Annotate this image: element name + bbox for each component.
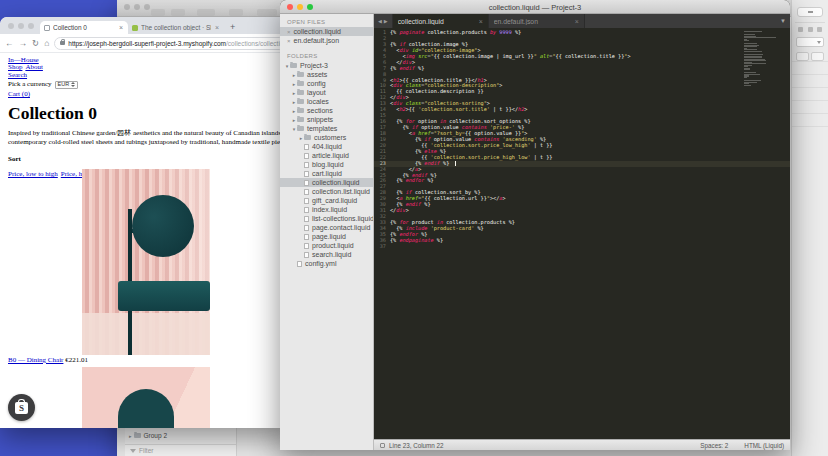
sort-link[interactable]: Price, low to high	[8, 170, 58, 178]
sidebar-item-layout[interactable]: ▸layout	[280, 88, 373, 97]
sketch-toolbar-button[interactable]	[151, 9, 165, 16]
inspector-section[interactable]	[792, 74, 828, 87]
editor-tabbar: ◀ ▶ collection.liquid×en.default.json× ▼	[374, 14, 790, 28]
file-icon	[304, 189, 309, 195]
inspector-section[interactable]	[792, 113, 828, 126]
sketch-toolbar-button[interactable]	[197, 9, 215, 16]
tab-close-icon[interactable]: ×	[575, 18, 579, 25]
sidebar-item-assets[interactable]: ▸assets	[280, 70, 373, 79]
back-icon[interactable]: ←	[5, 39, 14, 47]
product-price: €221.01	[65, 356, 88, 364]
indent-setting[interactable]: Spaces: 2	[700, 442, 728, 449]
inspector-align-icons[interactable]	[792, 23, 828, 32]
editor-tab[interactable]: en.default.json×	[489, 14, 585, 28]
sidebar-item-templates[interactable]: ▾templates	[280, 124, 373, 133]
item-label: locales	[307, 98, 329, 105]
url-path: /collections/collectio	[226, 40, 283, 47]
sidebar-item-customers[interactable]: ▸customers	[280, 133, 373, 142]
inspector-edit-button[interactable]	[797, 7, 823, 17]
cursor-position[interactable]: Line 23, Column 22	[389, 442, 444, 449]
browser-traffic-lights[interactable]	[0, 23, 40, 34]
disclosure-arrow-icon[interactable]: ▸	[129, 433, 132, 439]
editor-tab[interactable]: collection.liquid×	[393, 14, 489, 28]
folder-icon	[297, 99, 304, 104]
open-file-item[interactable]: ×en.default.json	[280, 36, 373, 45]
close-icon[interactable]: ×	[287, 38, 291, 44]
sidebar-item-search-liquid[interactable]: search.liquid	[280, 250, 373, 259]
product-image-dining-chair[interactable]	[82, 169, 210, 355]
inspector-button-pair[interactable]	[792, 52, 828, 61]
sidebar-item-index-liquid[interactable]: index.liquid	[280, 205, 373, 214]
sidebar-item-config[interactable]: ▸config	[280, 79, 373, 88]
inspector-dropdown[interactable]	[796, 37, 824, 47]
nav-link[interactable]: About	[25, 63, 43, 71]
syntax-mode[interactable]: HTML (Liquid)	[744, 442, 784, 449]
nav-row: In—House	[8, 57, 291, 64]
browser-tab[interactable]: Collection 0×	[40, 21, 128, 34]
file-icon	[304, 180, 309, 186]
product-title-link[interactable]: B0 — Dining Chair	[8, 356, 63, 364]
sidebar-item-sections[interactable]: ▸sections	[280, 106, 373, 115]
inspector-section[interactable]	[792, 100, 828, 113]
sidebar-item-article-liquid[interactable]: article.liquid	[280, 151, 373, 160]
minimap-line	[744, 85, 751, 86]
file-icon	[304, 144, 309, 150]
tab-overflow-icon[interactable]: ▼	[780, 18, 786, 24]
file-icon	[304, 234, 309, 240]
open-file-item[interactable]: ×collection.liquid	[280, 27, 373, 36]
nav-link[interactable]: Search	[8, 71, 27, 79]
inspector-section[interactable]	[792, 126, 828, 139]
tab-close-icon[interactable]: ×	[118, 24, 124, 31]
inspector-section[interactable]	[792, 61, 828, 74]
shopify-badge[interactable]: S	[8, 394, 35, 421]
sidebar-item-cart-liquid[interactable]: cart.liquid	[280, 169, 373, 178]
sketch-toolbar-button[interactable]	[171, 9, 185, 16]
new-tab-button[interactable]: +	[224, 22, 241, 34]
sidebar-item-gift-card-liquid[interactable]: gift_card.liquid	[280, 196, 373, 205]
tab-close-icon[interactable]: ×	[214, 24, 220, 31]
sidebar-item-page-contact-liquid[interactable]: page.contact.liquid	[280, 223, 373, 232]
layers-filter-field[interactable]: Filter	[125, 444, 236, 456]
sidebar-item-config-yml[interactable]: config.yml	[280, 259, 373, 268]
tab-scroll-left-icon[interactable]: ◀	[378, 18, 382, 24]
item-label: blog.liquid	[312, 161, 344, 168]
sidebar-item-collection-liquid[interactable]: collection.liquid	[280, 178, 373, 187]
sidebar-item-page-liquid[interactable]: page.liquid	[280, 232, 373, 241]
folder-icon	[297, 117, 304, 122]
tab-title: Collection 0	[53, 24, 115, 31]
minimap[interactable]	[744, 31, 778, 88]
desktop: ▸ Group 2 Filter Collection 0×The collec…	[0, 0, 828, 456]
status-icon[interactable]	[380, 443, 385, 448]
folder-icon	[297, 126, 304, 131]
code-editor[interactable]: 1{% paginate collection.products by 9999…	[374, 28, 790, 439]
sketch-traffic-lights[interactable]	[124, 4, 150, 10]
layer-label[interactable]: Group 2	[144, 432, 168, 439]
browser-tab[interactable]: The collection object · Shopi…×	[128, 21, 224, 34]
currency-label: Pick a currency	[8, 80, 52, 89]
sidebar-item-locales[interactable]: ▸locales	[280, 97, 373, 106]
tab-close-icon[interactable]: ×	[479, 18, 483, 25]
folder-icon	[297, 81, 304, 86]
sidebar-item-collection-list-liquid[interactable]: collection.list.liquid	[280, 187, 373, 196]
sketch-toolbar-button[interactable]	[257, 9, 277, 16]
editor-titlebar[interactable]: collection.liquid — Project-3	[280, 0, 790, 14]
sidebar-item-404-liquid[interactable]: 404.liquid	[280, 142, 373, 151]
close-icon[interactable]: ×	[287, 29, 291, 35]
product-image-second[interactable]	[82, 367, 210, 428]
currency-select[interactable]: EUR	[55, 81, 79, 89]
inspector-section[interactable]	[792, 87, 828, 100]
sidebar-item-snippets[interactable]: ▸snippets	[280, 115, 373, 124]
sketch-toolbar-button[interactable]	[229, 9, 243, 16]
url-bar[interactable]: https://joseph-bergdoll-superfi-project-…	[54, 37, 286, 50]
tab-scroll-right-icon[interactable]: ▶	[384, 18, 388, 24]
reload-icon[interactable]: ↻	[32, 39, 39, 47]
sidebar-item-project-3[interactable]: ▾Project-3	[280, 61, 373, 70]
sidebar-item-list-collections-liquid[interactable]: list-collections.liquid	[280, 214, 373, 223]
layers-row-group[interactable]: ▸ Group 2	[125, 430, 236, 441]
sidebar-item-product-liquid[interactable]: product.liquid	[280, 241, 373, 250]
forward-icon[interactable]: →	[19, 39, 28, 47]
file-icon	[304, 153, 309, 159]
cart-link[interactable]: Cart (0)	[8, 90, 30, 98]
sidebar-item-blog-liquid[interactable]: blog.liquid	[280, 160, 373, 169]
home-icon[interactable]: ⌂	[44, 39, 49, 47]
